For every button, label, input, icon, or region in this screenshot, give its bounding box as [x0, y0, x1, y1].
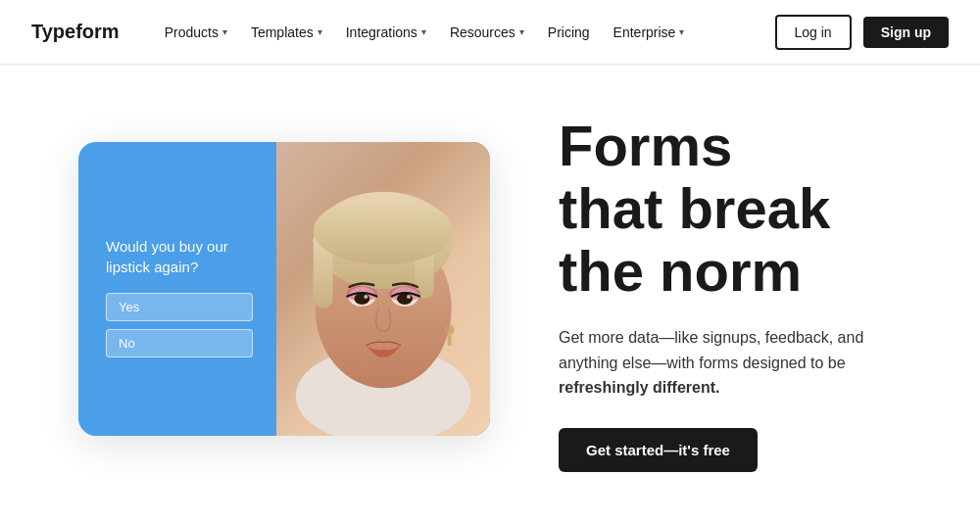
- nav-label-products: Products: [165, 24, 219, 40]
- nav-label-integrations: Integrations: [346, 24, 417, 40]
- hero-copy: Forms that break the norm Get more data—…: [559, 115, 921, 472]
- hero-subtext-text: Get more data—like signups, feedback, an…: [559, 329, 863, 371]
- form-option-no[interactable]: No: [106, 329, 253, 357]
- headline-line3: the norm: [559, 239, 802, 303]
- nav-item-pricing[interactable]: Pricing: [538, 17, 600, 48]
- chevron-down-icon: ▾: [519, 26, 524, 37]
- hero-subtext-bold: refreshingly different.: [559, 379, 719, 396]
- svg-point-12: [397, 292, 413, 304]
- svg-point-15: [444, 324, 454, 334]
- form-content: Would you buy our lipstick again? Yes No: [78, 142, 276, 436]
- hero-section: Would you buy our lipstick again? Yes No: [0, 65, 980, 522]
- nav-links: Products ▾ Templates ▾ Integrations ▾ Re…: [155, 17, 775, 48]
- nav-item-resources[interactable]: Resources ▾: [440, 17, 534, 48]
- navbar: Typeform Products ▾ Templates ▾ Integrat…: [0, 0, 980, 65]
- svg-rect-16: [447, 334, 451, 346]
- login-button[interactable]: Log in: [775, 15, 852, 50]
- nav-label-enterprise: Enterprise: [613, 24, 676, 40]
- hero-headline: Forms that break the norm: [559, 115, 921, 302]
- svg-point-6: [313, 196, 453, 263]
- nav-label-resources: Resources: [450, 24, 515, 40]
- svg-point-14: [407, 294, 411, 298]
- nav-item-integrations[interactable]: Integrations ▾: [336, 17, 436, 48]
- nav-label-templates: Templates: [251, 24, 314, 40]
- form-preview-wrapper: Would you buy our lipstick again? Yes No: [78, 142, 500, 446]
- brand-logo[interactable]: Typeform: [31, 21, 120, 43]
- svg-point-11: [354, 292, 369, 304]
- nav-item-enterprise[interactable]: Enterprise ▾: [604, 17, 695, 48]
- nav-label-pricing: Pricing: [548, 24, 590, 40]
- nav-item-products[interactable]: Products ▾: [155, 17, 237, 48]
- form-options: Yes No: [106, 293, 253, 357]
- chevron-down-icon: ▾: [679, 26, 684, 37]
- signup-button[interactable]: Sign up: [863, 17, 949, 48]
- nav-item-templates[interactable]: Templates ▾: [241, 17, 332, 48]
- svg-point-13: [364, 294, 368, 298]
- headline-line1: Forms: [559, 114, 732, 177]
- form-question-text: Would you buy our lipstick again?: [106, 236, 253, 277]
- form-option-yes[interactable]: Yes: [106, 293, 253, 321]
- person-photo: [276, 142, 490, 436]
- nav-actions: Log in Sign up: [775, 15, 949, 50]
- hero-subtext: Get more data—like signups, feedback, an…: [559, 325, 921, 401]
- chevron-down-icon: ▾: [318, 26, 322, 37]
- person-illustration: [276, 142, 490, 436]
- form-card: Would you buy our lipstick again? Yes No: [78, 142, 490, 436]
- headline-line2: that break: [559, 176, 830, 240]
- cta-button[interactable]: Get started—it's free: [559, 428, 758, 472]
- chevron-down-icon: ▾: [421, 26, 426, 37]
- chevron-down-icon: ▾: [222, 26, 227, 37]
